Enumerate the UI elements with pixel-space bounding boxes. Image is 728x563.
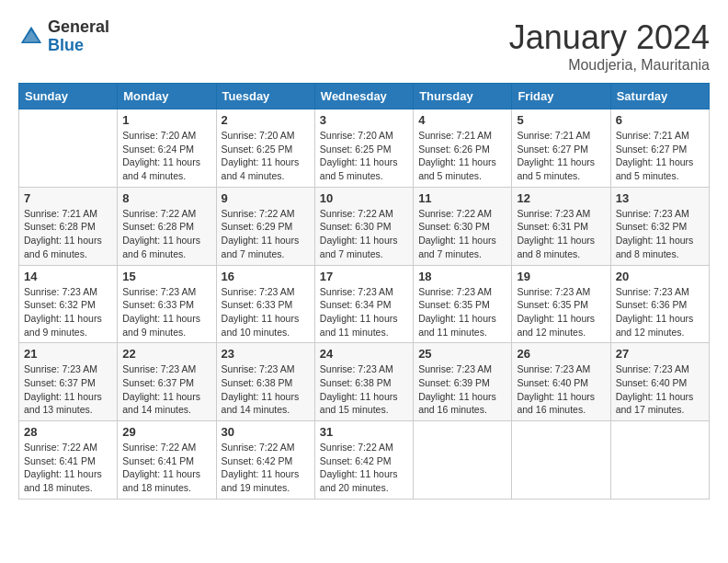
calendar-cell: 30Sunrise: 7:22 AMSunset: 6:42 PMDayligh… xyxy=(216,421,314,500)
day-number: 7 xyxy=(24,191,112,205)
day-number: 11 xyxy=(418,191,506,205)
day-info: Sunrise: 7:23 AMSunset: 6:32 PMDaylight:… xyxy=(616,207,704,261)
calendar-cell: 27Sunrise: 7:23 AMSunset: 6:40 PMDayligh… xyxy=(610,343,709,421)
weekday-header: Wednesday xyxy=(314,84,413,109)
day-number: 26 xyxy=(517,347,605,361)
calendar-cell: 16Sunrise: 7:23 AMSunset: 6:33 PMDayligh… xyxy=(216,265,314,343)
calendar-cell: 11Sunrise: 7:22 AMSunset: 6:30 PMDayligh… xyxy=(414,187,512,265)
location: Moudjeria, Mauritania xyxy=(509,57,710,74)
weekday-header: Sunday xyxy=(19,84,118,109)
day-info: Sunrise: 7:22 AMSunset: 6:28 PMDaylight:… xyxy=(122,207,210,261)
calendar-cell: 18Sunrise: 7:23 AMSunset: 6:35 PMDayligh… xyxy=(414,265,512,343)
day-info: Sunrise: 7:23 AMSunset: 6:36 PMDaylight:… xyxy=(616,285,704,339)
day-number: 12 xyxy=(517,191,605,205)
day-info: Sunrise: 7:20 AMSunset: 6:25 PMDaylight:… xyxy=(320,129,408,183)
day-number: 9 xyxy=(222,191,310,205)
calendar-cell: 24Sunrise: 7:23 AMSunset: 6:38 PMDayligh… xyxy=(314,343,413,421)
calendar-cell: 5Sunrise: 7:21 AMSunset: 6:27 PMDaylight… xyxy=(512,109,610,188)
calendar-week-row: 7Sunrise: 7:21 AMSunset: 6:28 PMDaylight… xyxy=(19,187,710,265)
logo-text: General Blue xyxy=(48,18,109,55)
day-info: Sunrise: 7:22 AMSunset: 6:29 PMDaylight:… xyxy=(222,207,310,261)
weekday-header: Tuesday xyxy=(216,84,314,109)
day-number: 18 xyxy=(418,270,506,283)
calendar-header-row: SundayMondayTuesdayWednesdayThursdayFrid… xyxy=(19,84,710,109)
day-info: Sunrise: 7:22 AMSunset: 6:30 PMDaylight:… xyxy=(418,207,506,261)
day-number: 4 xyxy=(418,113,506,127)
day-number: 29 xyxy=(122,425,210,439)
calendar-week-row: 14Sunrise: 7:23 AMSunset: 6:32 PMDayligh… xyxy=(19,265,710,343)
day-number: 27 xyxy=(616,347,704,361)
day-info: Sunrise: 7:23 AMSunset: 6:31 PMDaylight:… xyxy=(517,207,605,261)
title-block: January 2024 Moudjeria, Mauritania xyxy=(509,18,710,74)
day-number: 22 xyxy=(122,347,210,361)
day-info: Sunrise: 7:22 AMSunset: 6:41 PMDaylight:… xyxy=(122,441,210,495)
day-info: Sunrise: 7:23 AMSunset: 6:34 PMDaylight:… xyxy=(320,285,408,339)
calendar-cell: 29Sunrise: 7:22 AMSunset: 6:41 PMDayligh… xyxy=(118,421,216,500)
calendar-cell: 14Sunrise: 7:23 AMSunset: 6:32 PMDayligh… xyxy=(19,265,118,343)
calendar-cell: 8Sunrise: 7:22 AMSunset: 6:28 PMDaylight… xyxy=(118,187,216,265)
day-number: 23 xyxy=(222,347,310,361)
day-info: Sunrise: 7:21 AMSunset: 6:28 PMDaylight:… xyxy=(24,207,112,261)
month-year: January 2024 xyxy=(509,18,710,57)
day-number: 8 xyxy=(122,191,210,205)
day-number: 5 xyxy=(517,113,605,127)
logo-blue-text: Blue xyxy=(48,37,109,55)
logo: General Blue xyxy=(18,18,109,55)
day-number: 17 xyxy=(320,270,408,283)
calendar-cell: 23Sunrise: 7:23 AMSunset: 6:38 PMDayligh… xyxy=(216,343,314,421)
calendar-cell: 25Sunrise: 7:23 AMSunset: 6:39 PMDayligh… xyxy=(414,343,512,421)
day-info: Sunrise: 7:21 AMSunset: 6:27 PMDaylight:… xyxy=(616,129,704,183)
day-info: Sunrise: 7:23 AMSunset: 6:37 PMDaylight:… xyxy=(24,362,112,417)
calendar-cell xyxy=(610,421,709,500)
day-number: 28 xyxy=(24,425,112,439)
day-number: 24 xyxy=(320,347,408,361)
day-number: 6 xyxy=(616,113,704,127)
day-info: Sunrise: 7:23 AMSunset: 6:40 PMDaylight:… xyxy=(616,362,704,417)
calendar-week-row: 28Sunrise: 7:22 AMSunset: 6:41 PMDayligh… xyxy=(19,421,710,500)
day-info: Sunrise: 7:22 AMSunset: 6:42 PMDaylight:… xyxy=(320,441,408,495)
calendar-cell: 21Sunrise: 7:23 AMSunset: 6:37 PMDayligh… xyxy=(19,343,118,421)
day-number: 3 xyxy=(320,113,408,127)
day-number: 20 xyxy=(616,270,704,283)
day-number: 2 xyxy=(222,113,310,127)
day-number: 19 xyxy=(517,270,605,283)
day-info: Sunrise: 7:23 AMSunset: 6:35 PMDaylight:… xyxy=(517,285,605,339)
day-number: 16 xyxy=(222,270,310,283)
calendar-cell xyxy=(414,421,512,500)
calendar-cell: 31Sunrise: 7:22 AMSunset: 6:42 PMDayligh… xyxy=(314,421,413,500)
day-info: Sunrise: 7:23 AMSunset: 6:32 PMDaylight:… xyxy=(24,285,112,339)
calendar-cell: 15Sunrise: 7:23 AMSunset: 6:33 PMDayligh… xyxy=(118,265,216,343)
day-info: Sunrise: 7:20 AMSunset: 6:25 PMDaylight:… xyxy=(222,129,310,183)
calendar-week-row: 1Sunrise: 7:20 AMSunset: 6:24 PMDaylight… xyxy=(19,109,710,188)
day-info: Sunrise: 7:22 AMSunset: 6:41 PMDaylight:… xyxy=(24,441,112,495)
calendar-cell: 4Sunrise: 7:21 AMSunset: 6:26 PMDaylight… xyxy=(414,109,512,188)
weekday-header: Monday xyxy=(118,84,216,109)
day-info: Sunrise: 7:21 AMSunset: 6:27 PMDaylight:… xyxy=(517,129,605,183)
day-number: 13 xyxy=(616,191,704,205)
day-info: Sunrise: 7:23 AMSunset: 6:33 PMDaylight:… xyxy=(222,285,310,339)
day-info: Sunrise: 7:22 AMSunset: 6:30 PMDaylight:… xyxy=(320,207,408,261)
day-info: Sunrise: 7:23 AMSunset: 6:38 PMDaylight:… xyxy=(222,362,310,417)
page-header: General Blue January 2024 Moudjeria, Mau… xyxy=(18,18,710,74)
day-info: Sunrise: 7:23 AMSunset: 6:38 PMDaylight:… xyxy=(320,362,408,417)
day-number: 30 xyxy=(222,425,310,439)
day-info: Sunrise: 7:21 AMSunset: 6:26 PMDaylight:… xyxy=(418,129,506,183)
day-number: 25 xyxy=(418,347,506,361)
calendar-cell: 2Sunrise: 7:20 AMSunset: 6:25 PMDaylight… xyxy=(216,109,314,188)
calendar-cell: 19Sunrise: 7:23 AMSunset: 6:35 PMDayligh… xyxy=(512,265,610,343)
day-info: Sunrise: 7:23 AMSunset: 6:39 PMDaylight:… xyxy=(418,362,506,417)
calendar-cell: 3Sunrise: 7:20 AMSunset: 6:25 PMDaylight… xyxy=(314,109,413,188)
day-number: 10 xyxy=(320,191,408,205)
weekday-header: Friday xyxy=(512,84,610,109)
calendar-cell xyxy=(512,421,610,500)
calendar-cell xyxy=(19,109,118,188)
calendar-cell: 7Sunrise: 7:21 AMSunset: 6:28 PMDaylight… xyxy=(19,187,118,265)
day-number: 1 xyxy=(122,113,210,127)
day-number: 15 xyxy=(122,270,210,283)
calendar-cell: 20Sunrise: 7:23 AMSunset: 6:36 PMDayligh… xyxy=(610,265,709,343)
logo-general-text: General xyxy=(48,18,109,37)
day-number: 21 xyxy=(24,347,112,361)
weekday-header: Thursday xyxy=(414,84,512,109)
weekday-header: Saturday xyxy=(610,84,709,109)
calendar-cell: 22Sunrise: 7:23 AMSunset: 6:37 PMDayligh… xyxy=(118,343,216,421)
